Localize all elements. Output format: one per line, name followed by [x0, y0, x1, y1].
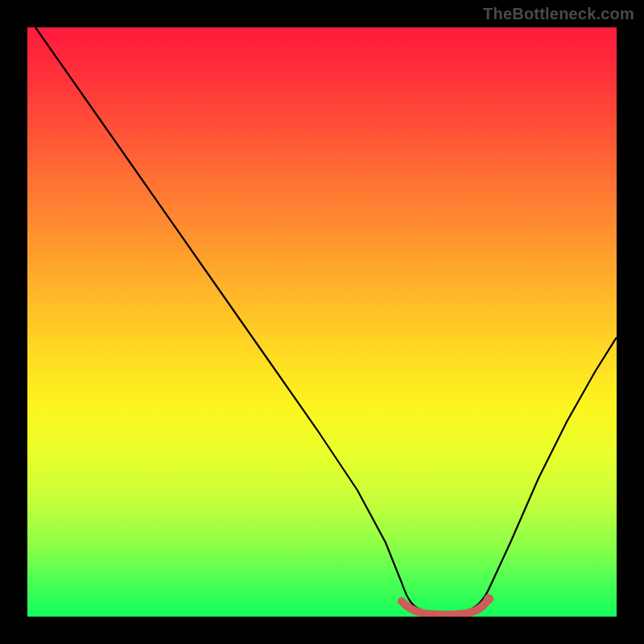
plot-area	[27, 27, 617, 617]
watermark-label: TheBottleneck.com	[483, 5, 634, 23]
marker-end-dot	[484, 594, 493, 604]
chart-frame: TheBottleneck.com	[0, 0, 644, 644]
optimal-range-marker-path	[402, 600, 488, 615]
bottleneck-curve-path	[35, 27, 617, 613]
chart-svg	[27, 27, 617, 617]
